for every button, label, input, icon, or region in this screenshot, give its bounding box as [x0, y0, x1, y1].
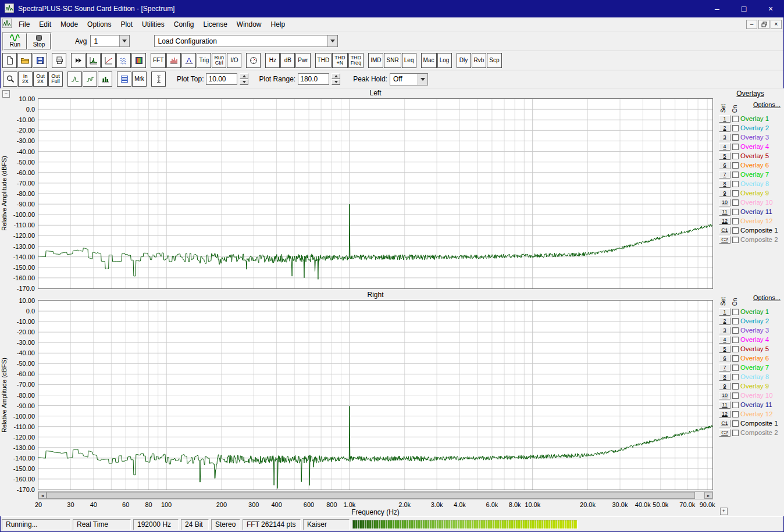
- minimize-button[interactable]: –: [704, 0, 730, 17]
- open-file-button[interactable]: [17, 53, 32, 68]
- zoom-out-2x-button[interactable]: Out 2X: [33, 72, 48, 87]
- legend-button[interactable]: [117, 72, 131, 87]
- run-button[interactable]: Run: [3, 33, 27, 49]
- mdi-close-button[interactable]: ×: [771, 20, 782, 29]
- zoom-button[interactable]: [3, 72, 17, 87]
- overlay-on-checkbox-6[interactable]: [732, 162, 739, 169]
- overlay-set-button-8[interactable]: 8: [719, 373, 730, 381]
- peak-curve-button[interactable]: [67, 72, 82, 87]
- post-process-button[interactable]: [71, 53, 85, 68]
- overlay-on-checkbox-1[interactable]: [732, 309, 739, 315]
- overlay-on-checkbox-7[interactable]: [732, 172, 739, 178]
- menu-help[interactable]: Help: [266, 19, 290, 30]
- overlay-on-checkbox-1[interactable]: [732, 116, 739, 122]
- overlay-set-button-10[interactable]: 10: [719, 199, 730, 206]
- overlay-on-checkbox-12[interactable]: [732, 218, 739, 224]
- overlay-set-button-11[interactable]: 11: [719, 208, 730, 216]
- overlay-on-checkbox-5[interactable]: [732, 153, 739, 159]
- overlay-on-checkbox-7[interactable]: [732, 365, 739, 371]
- overlay-on-checkbox-8[interactable]: [732, 374, 739, 380]
- menu-file[interactable]: File: [14, 19, 34, 30]
- overlay-set-button-2[interactable]: 2: [719, 124, 730, 132]
- phase-view-button[interactable]: [101, 53, 116, 68]
- logging-button[interactable]: Log: [437, 53, 452, 68]
- overlay-set-button-4[interactable]: 4: [719, 143, 730, 151]
- overlay-set-button-1[interactable]: 1: [719, 115, 730, 123]
- overlay-set-button-2[interactable]: 2: [719, 317, 730, 325]
- avg-select[interactable]: 1: [90, 35, 130, 47]
- overlay-on-checkbox-C2[interactable]: [732, 237, 739, 243]
- spectrogram-view-button[interactable]: [131, 53, 146, 68]
- plot-range-input[interactable]: [298, 73, 329, 85]
- overlay-set-button-4[interactable]: 4: [719, 336, 730, 344]
- spectrum-view-button[interactable]: [86, 53, 101, 68]
- spin-down-icon[interactable]: [332, 79, 340, 85]
- overlay-on-checkbox-2[interactable]: [732, 318, 739, 324]
- mdi-minimize-button[interactable]: –: [746, 20, 757, 29]
- fft-settings-button[interactable]: FFT: [151, 53, 166, 68]
- imd-button[interactable]: IMD: [368, 53, 383, 68]
- menu-utilities[interactable]: Utilities: [137, 19, 169, 30]
- overlay-on-checkbox-9[interactable]: [732, 190, 739, 197]
- menu-license[interactable]: License: [198, 19, 231, 30]
- overlay-on-checkbox-10[interactable]: [732, 199, 739, 206]
- line-plot-button[interactable]: [83, 72, 97, 87]
- overlay-set-button-C1[interactable]: C1: [719, 227, 730, 234]
- print-button[interactable]: [52, 53, 66, 68]
- overlay-set-button-6[interactable]: 6: [719, 162, 730, 169]
- reverb-button[interactable]: Rvb: [472, 53, 487, 68]
- plot-top-spinner[interactable]: [240, 73, 248, 85]
- stop-button[interactable]: Stop: [27, 33, 51, 49]
- mdi-restore-button[interactable]: [758, 20, 769, 29]
- overlay-on-checkbox-4[interactable]: [732, 337, 739, 343]
- overlay-on-checkbox-11[interactable]: [732, 402, 739, 408]
- thd-freq-button[interactable]: THD Freq: [348, 53, 364, 68]
- new-file-button[interactable]: [2, 53, 17, 68]
- scroll-left-button[interactable]: ◄: [38, 492, 47, 499]
- overlay-options-button[interactable]: Options...: [753, 101, 781, 108]
- frequency-scrollbar[interactable]: ◄ ►: [38, 491, 713, 499]
- spin-up-icon[interactable]: [240, 73, 248, 79]
- run-control-button[interactable]: Run Ctrl: [212, 53, 226, 68]
- overlay-set-button-8[interactable]: 8: [719, 180, 730, 188]
- trigger-settings-button[interactable]: Trig: [197, 53, 211, 68]
- units-pwr-button[interactable]: Pwr: [295, 53, 310, 68]
- overlay-set-button-7[interactable]: 7: [719, 171, 730, 178]
- overlay-on-checkbox-4[interactable]: [732, 144, 739, 150]
- overlay-on-checkbox-C1[interactable]: [732, 420, 739, 427]
- overlay-on-checkbox-2[interactable]: [732, 125, 739, 131]
- overlay-on-checkbox-11[interactable]: [732, 209, 739, 215]
- thd-plus-n-button[interactable]: THD +N: [332, 53, 348, 68]
- overlay-on-checkbox-C1[interactable]: [732, 227, 739, 234]
- maximize-button[interactable]: □: [730, 0, 757, 17]
- window-settings-button[interactable]: [181, 53, 196, 68]
- overlay-set-button-1[interactable]: 1: [719, 308, 730, 316]
- overlay-set-button-12[interactable]: 12: [719, 217, 730, 225]
- overlay-on-checkbox-6[interactable]: [732, 355, 739, 362]
- bar-plot-button[interactable]: [98, 72, 112, 87]
- spectrum-plot-right[interactable]: [38, 300, 713, 490]
- thd-button[interactable]: THD: [315, 53, 332, 68]
- zoom-in-2x-button[interactable]: In 2X: [18, 72, 33, 87]
- overlay-set-button-C2[interactable]: C2: [719, 236, 730, 244]
- cursor-button[interactable]: [151, 72, 166, 87]
- overlay-set-button-7[interactable]: 7: [719, 364, 730, 372]
- overlay-on-checkbox-C2[interactable]: [732, 430, 739, 436]
- delay-button[interactable]: Dly: [457, 53, 471, 68]
- close-button[interactable]: ×: [757, 0, 784, 17]
- overlay-set-button-C1[interactable]: C1: [719, 420, 730, 427]
- overlay-set-button-10[interactable]: 10: [719, 392, 730, 399]
- overlay-on-checkbox-3[interactable]: [732, 134, 739, 141]
- overlay-on-checkbox-12[interactable]: [732, 411, 739, 417]
- overlay-on-checkbox-8[interactable]: [732, 181, 739, 187]
- leq-button[interactable]: Leq: [402, 53, 416, 68]
- save-button[interactable]: [33, 53, 47, 68]
- meter-button[interactable]: [246, 53, 261, 68]
- menu-config[interactable]: Config: [169, 19, 199, 30]
- overlay-set-button-5[interactable]: 5: [719, 345, 730, 353]
- menu-options[interactable]: Options: [83, 19, 116, 30]
- collapse-button[interactable]: −: [2, 90, 10, 98]
- load-configuration-select[interactable]: Load Configuration: [154, 35, 338, 47]
- expand-button[interactable]: +: [720, 508, 728, 515]
- units-db-button[interactable]: dB: [280, 53, 295, 68]
